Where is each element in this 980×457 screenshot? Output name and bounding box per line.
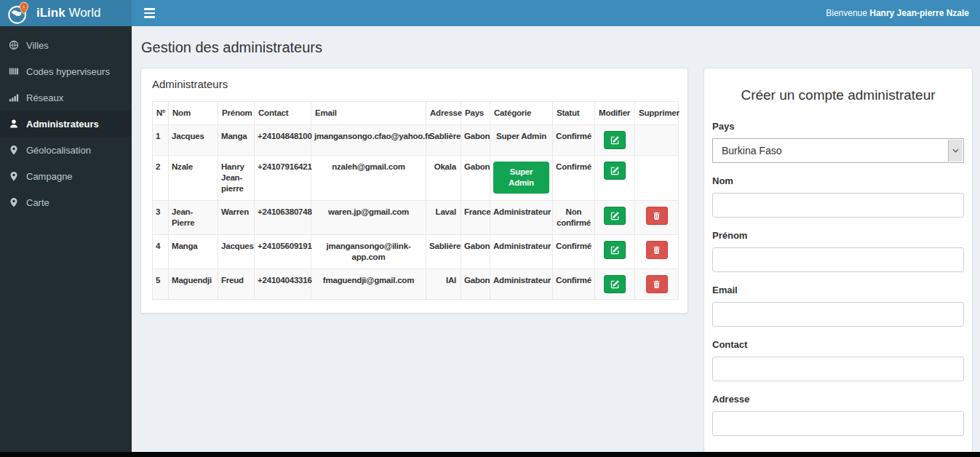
chevron-down-icon xyxy=(948,140,963,162)
column-header: Modifier xyxy=(595,102,635,125)
cell-pays: Gabon xyxy=(461,234,490,269)
cell-contact: +24105609191 xyxy=(255,234,311,269)
sidebar: Villes Codes hyperviseurs Réseaux Admini… xyxy=(0,26,132,452)
sidebar-item-label: Villes xyxy=(26,40,49,51)
cell-email: nzaleh@gmail.com xyxy=(311,155,426,200)
delete-button[interactable] xyxy=(646,241,668,259)
trash-icon xyxy=(653,245,661,255)
delete-button[interactable] xyxy=(646,207,668,225)
sidebar-item-campagne[interactable]: Campagne xyxy=(0,163,132,189)
cell-categorie: Super Admin xyxy=(490,124,553,155)
table-header-row: N° Nom Prénom Contact Email Adresse Pays… xyxy=(153,102,679,125)
cell-pays: Gabon xyxy=(461,155,490,200)
edit-button[interactable] xyxy=(604,162,626,180)
contact-field[interactable] xyxy=(712,357,964,381)
cell-nom: Nzale xyxy=(169,155,218,200)
edit-icon xyxy=(610,166,620,175)
email-field[interactable] xyxy=(712,302,964,327)
main-content: Gestion des administrateurs Administrate… xyxy=(132,26,980,452)
edit-button[interactable] xyxy=(604,131,626,149)
cell-nom: Jacques xyxy=(169,124,218,155)
contact-label: Contact xyxy=(712,339,964,350)
edit-icon xyxy=(610,245,620,255)
page-title: Gestion des administrateurs xyxy=(141,39,973,56)
edit-icon xyxy=(610,135,620,145)
cell-adresse: IAI xyxy=(426,269,461,299)
column-header: Supprimer xyxy=(635,102,679,125)
cell-num: 5 xyxy=(153,269,169,299)
column-header: Catégorie xyxy=(490,102,553,125)
cell-nom: Maguendji xyxy=(169,269,218,299)
sidebar-item-label: Codes hyperviseurs xyxy=(26,66,110,77)
super-admin-badge[interactable]: Super Admin xyxy=(493,162,549,194)
cell-categorie: Administrateur xyxy=(490,234,553,269)
edit-icon xyxy=(610,211,620,220)
cell-adresse: Okala xyxy=(426,155,461,200)
nom-field[interactable] xyxy=(712,193,964,218)
cell-adresse: Sablière xyxy=(426,124,461,155)
map-marker-icon xyxy=(9,171,19,181)
cell-email: fmaguendji@gmail.com xyxy=(311,269,426,299)
administrators-panel: Administrateurs N° Nom Prénom xyxy=(140,68,688,314)
welcome-text: Bienvenue Hanry Jean-pierre Nzale xyxy=(826,8,969,18)
sidebar-item-label: Carte xyxy=(26,197,49,208)
ilink-logo-icon: $ xyxy=(7,1,30,25)
edit-button[interactable] xyxy=(604,241,626,259)
cell-prenom: Freud xyxy=(218,269,255,299)
brand-title: iLink World xyxy=(36,6,100,20)
cell-nom: Manga xyxy=(169,234,218,269)
column-header: Pays xyxy=(461,102,490,125)
trash-icon xyxy=(653,279,661,289)
cell-statut: Confirmé xyxy=(553,124,595,155)
adresse-field[interactable] xyxy=(712,411,964,436)
map-marker-icon xyxy=(9,197,19,207)
column-header: Nom xyxy=(169,102,218,125)
cell-adresse: Laval xyxy=(426,200,461,234)
pays-select-value: Burkina Faso xyxy=(722,145,781,156)
sidebar-item-administrateurs[interactable]: Administrateurs xyxy=(0,111,132,137)
edit-button[interactable] xyxy=(604,275,626,293)
cell-contact: +24104043316 xyxy=(255,269,311,299)
cell-statut: Confirmé xyxy=(553,155,595,200)
pays-select[interactable]: Burkina Faso xyxy=(712,138,964,163)
edit-button[interactable] xyxy=(604,207,626,225)
sidebar-item-label: Administrateurs xyxy=(26,119,99,130)
table-row: 2 Nzale Hanry Jean-pierre +24107916421 n… xyxy=(153,155,679,200)
cell-categorie: Administrateur xyxy=(490,269,553,299)
table-row: 1 Jacques Manga +24104848100 jmangansong… xyxy=(153,124,679,155)
column-header: Email xyxy=(311,102,426,125)
sidebar-toggle-button[interactable] xyxy=(143,5,156,21)
svg-text:$: $ xyxy=(23,4,25,8)
column-header: Statut xyxy=(553,102,595,125)
map-marker-icon xyxy=(9,145,19,155)
brand[interactable]: $ iLink World xyxy=(0,0,132,26)
sidebar-item-geolocalisation[interactable]: Géolocalisation xyxy=(0,137,132,163)
cell-contact: +24104848100 xyxy=(255,124,311,155)
column-header: Contact xyxy=(255,102,311,125)
sidebar-item-reseaux[interactable]: Réseaux xyxy=(0,84,132,111)
barcode-icon xyxy=(9,66,19,76)
panel-title: Administrateurs xyxy=(141,68,688,101)
cell-contact: +24106380748 xyxy=(255,200,311,234)
bottom-edge xyxy=(0,452,980,457)
prenom-label: Prénom xyxy=(712,230,964,241)
cell-statut: Confirmé xyxy=(553,234,595,269)
sidebar-item-codes-hyperviseurs[interactable]: Codes hyperviseurs xyxy=(0,58,132,84)
cell-prenom: Manga xyxy=(218,124,255,155)
sidebar-item-carte[interactable]: Carte xyxy=(0,189,132,215)
cell-statut: Confirmé xyxy=(553,269,595,299)
cell-categorie: Administrateur xyxy=(490,200,553,234)
prenom-field[interactable] xyxy=(712,247,964,272)
navbar: Bienvenue Hanry Jean-pierre Nzale xyxy=(132,0,980,26)
cell-prenom: Jacques xyxy=(218,234,255,269)
cell-email: jmangansongo@ilink-app.com xyxy=(311,234,426,269)
signal-bars-icon xyxy=(9,92,19,103)
cell-contact: +24107916421 xyxy=(255,155,311,200)
top-bar: $ iLink World Bienvenue Hanry Jean-pierr… xyxy=(0,0,980,26)
delete-button[interactable] xyxy=(646,275,668,293)
cell-num: 4 xyxy=(153,234,169,269)
cell-num: 1 xyxy=(153,124,169,155)
column-header: Prénom xyxy=(218,102,255,125)
cell-email: waren.jp@gmail.com xyxy=(311,200,426,234)
sidebar-item-villes[interactable]: Villes xyxy=(0,32,132,58)
